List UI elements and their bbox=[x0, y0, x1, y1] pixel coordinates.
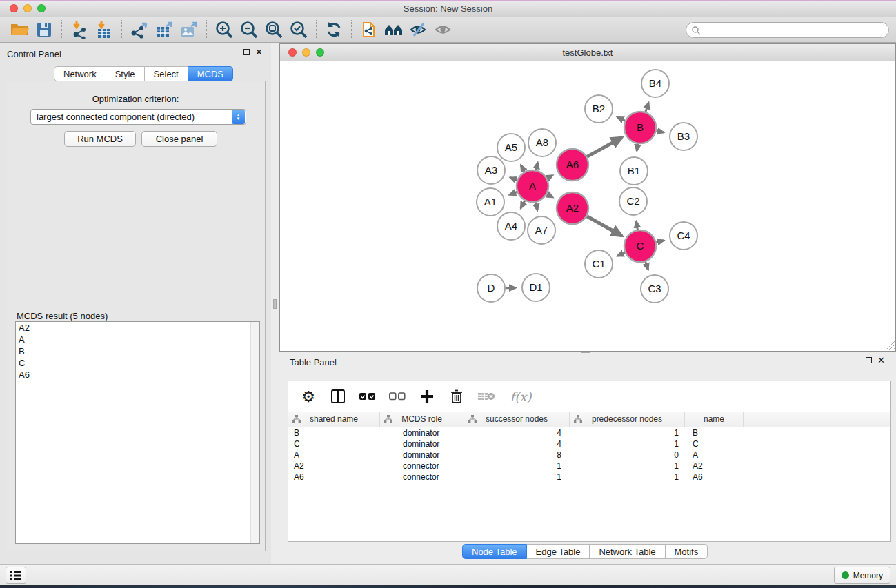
graph-edge-A-A5[interactable] bbox=[521, 165, 524, 172]
graph-edge-A-A7[interactable] bbox=[536, 203, 537, 211]
tab-select[interactable]: Select bbox=[145, 66, 188, 81]
graph-edge-B-B3[interactable] bbox=[657, 131, 664, 132]
clone-network-button[interactable] bbox=[357, 19, 381, 41]
table-row[interactable]: A6connector11A6 bbox=[288, 472, 890, 483]
column-header-name[interactable]: name bbox=[685, 412, 744, 427]
mcds-result-item[interactable]: A6 bbox=[16, 369, 259, 381]
graph-edge-A-A2[interactable] bbox=[547, 194, 553, 198]
graph-edge-B-B2[interactable] bbox=[617, 117, 625, 121]
mcds-result-list[interactable]: A2ABCA6 bbox=[15, 321, 260, 544]
graph-node-B[interactable]: B bbox=[624, 112, 656, 143]
graph-node-B3[interactable]: B3 bbox=[670, 123, 697, 150]
graph-node-A1[interactable]: A1 bbox=[477, 188, 504, 216]
graph-edge-C-C3[interactable] bbox=[646, 262, 648, 270]
graph-edge-C-C2[interactable] bbox=[637, 221, 638, 230]
graph-node-A5[interactable]: A5 bbox=[497, 134, 525, 161]
window-resize-grip[interactable] bbox=[885, 341, 895, 350]
home-view-button[interactable] bbox=[381, 19, 406, 41]
table-row[interactable]: Cdominator41C bbox=[288, 438, 890, 449]
hide-selected-button[interactable] bbox=[406, 19, 431, 41]
criterion-dropdown[interactable]: largest connected component (directed) ▲… bbox=[30, 109, 246, 125]
select-all-columns-button[interactable] bbox=[359, 387, 377, 405]
run-mcds-button[interactable]: Run MCDS bbox=[64, 131, 136, 147]
function-builder-button[interactable]: f(x) bbox=[507, 387, 535, 405]
create-column-button[interactable] bbox=[418, 387, 436, 405]
tab-node-table[interactable]: Node Table bbox=[462, 544, 527, 559]
graph-edge-B-B4[interactable] bbox=[646, 103, 649, 112]
task-history-button[interactable] bbox=[6, 567, 26, 584]
mcds-result-item[interactable]: A2 bbox=[16, 322, 259, 334]
graph-node-D[interactable]: D bbox=[477, 274, 505, 302]
zoom-selected-button[interactable] bbox=[286, 19, 311, 41]
export-image-button[interactable] bbox=[177, 19, 201, 41]
search-input[interactable] bbox=[701, 24, 888, 37]
mcds-result-item[interactable]: B bbox=[16, 345, 259, 357]
save-session-button[interactable] bbox=[32, 19, 57, 41]
graph-node-C4[interactable]: C4 bbox=[670, 222, 697, 250]
zoom-out-button[interactable] bbox=[237, 19, 261, 41]
table-row[interactable]: Bdominator41B bbox=[288, 427, 890, 438]
import-network-button[interactable] bbox=[67, 19, 92, 41]
zoom-fit-button[interactable] bbox=[261, 19, 286, 41]
tab-network-table[interactable]: Network Table bbox=[590, 544, 665, 559]
tab-edge-table[interactable]: Edge Table bbox=[527, 544, 590, 559]
column-header-successor-nodes[interactable]: successor nodes bbox=[464, 412, 570, 427]
scrollbar-track[interactable] bbox=[250, 322, 259, 543]
graph-node-C3[interactable]: C3 bbox=[641, 275, 668, 303]
graph-node-A2[interactable]: A2 bbox=[557, 192, 588, 224]
close-panel-button[interactable]: Close panel bbox=[141, 131, 217, 147]
mcds-result-item[interactable]: A bbox=[16, 334, 259, 345]
show-columns-button[interactable] bbox=[329, 387, 347, 405]
graph-edge-B-B1[interactable] bbox=[637, 144, 637, 151]
zoom-in-button[interactable] bbox=[212, 19, 237, 41]
graph-node-C2[interactable]: C2 bbox=[619, 187, 647, 215]
vertical-splitter-handle[interactable] bbox=[273, 299, 277, 309]
table-row[interactable]: Adominator80A bbox=[288, 449, 890, 460]
graph-edge-A6-B[interactable] bbox=[587, 138, 622, 157]
export-table-button[interactable] bbox=[152, 19, 177, 41]
tab-motifs[interactable]: Motifs bbox=[666, 544, 708, 559]
graph-node-B1[interactable]: B1 bbox=[620, 157, 648, 185]
close-panel-icon[interactable]: ✕ bbox=[877, 357, 885, 363]
mcds-result-item[interactable]: C bbox=[16, 357, 259, 369]
table-settings-button[interactable]: ⚙ bbox=[299, 387, 317, 405]
graph-node-A8[interactable]: A8 bbox=[528, 129, 556, 156]
graph-node-A6[interactable]: A6 bbox=[557, 149, 588, 181]
memory-button[interactable]: Memory bbox=[834, 567, 890, 584]
show-selected-button[interactable] bbox=[431, 19, 456, 41]
float-panel-icon[interactable] bbox=[866, 357, 872, 363]
tab-style[interactable]: Style bbox=[106, 66, 145, 81]
graph-node-B4[interactable]: B4 bbox=[641, 70, 669, 97]
network-canvas[interactable]: B4B2BB3A5A8A6A3B1AA1C2A2A4A7C4CC1C3DD1 bbox=[280, 61, 895, 351]
graph-node-A7[interactable]: A7 bbox=[528, 216, 555, 244]
graph-edge-A-A4[interactable] bbox=[521, 201, 525, 208]
tab-network[interactable]: Network bbox=[54, 66, 106, 81]
delete-table-button[interactable] bbox=[477, 387, 495, 405]
close-panel-icon[interactable]: ✕ bbox=[255, 49, 263, 55]
graph-edge-A2-C[interactable] bbox=[587, 216, 622, 236]
column-header-shared-name[interactable]: shared name bbox=[288, 412, 380, 427]
graph-node-A[interactable]: A bbox=[517, 170, 548, 202]
graph-node-D1[interactable]: D1 bbox=[522, 274, 550, 301]
table-row[interactable]: A2connector11A2 bbox=[288, 460, 890, 472]
graph-node-C1[interactable]: C1 bbox=[585, 250, 613, 278]
import-table-button[interactable] bbox=[92, 19, 117, 41]
graph-node-C[interactable]: C bbox=[624, 230, 656, 262]
export-network-button[interactable] bbox=[127, 19, 152, 41]
graph-edge-C-C1[interactable] bbox=[617, 253, 625, 256]
column-header-mcds-role[interactable]: MCDS role bbox=[380, 412, 464, 427]
graph-edge-A-A6[interactable] bbox=[547, 175, 552, 178]
graph-node-B2[interactable]: B2 bbox=[585, 95, 613, 123]
float-panel-icon[interactable] bbox=[243, 49, 250, 55]
graph-edge-A-A8[interactable] bbox=[536, 163, 537, 170]
graph-edge-A-A3[interactable] bbox=[510, 178, 517, 181]
column-header-predecessor-nodes[interactable]: predecessor nodes bbox=[570, 412, 685, 427]
delete-column-button[interactable] bbox=[448, 387, 466, 405]
refresh-view-button[interactable] bbox=[321, 19, 346, 41]
tab-mcds[interactable]: MCDS bbox=[188, 66, 233, 81]
deselect-all-columns-button[interactable] bbox=[388, 387, 406, 405]
graph-edge-A-A1[interactable] bbox=[510, 192, 517, 195]
graph-node-A3[interactable]: A3 bbox=[477, 156, 505, 184]
search-box[interactable] bbox=[686, 22, 889, 38]
graph-edge-C-C4[interactable] bbox=[656, 241, 664, 243]
